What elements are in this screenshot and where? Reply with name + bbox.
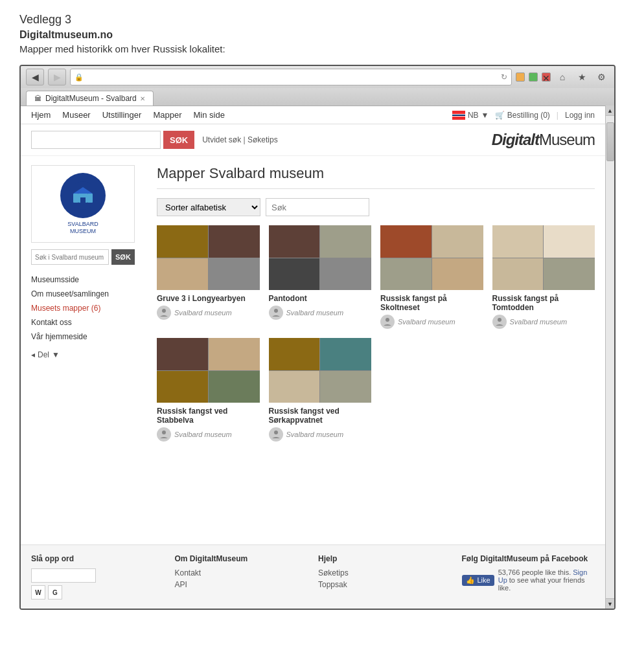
gallery-thumb-2 xyxy=(269,225,372,290)
gallery-item-5[interactable]: Russisk fangst ved Stabbelva Svalbard mu… xyxy=(157,338,260,442)
thumb-cell xyxy=(320,225,371,258)
url-input[interactable]: http://digitaltmuseum.no/info/owner xyxy=(86,73,498,82)
scroll-down-button[interactable]: ▼ xyxy=(606,598,615,609)
sidebar-search-button[interactable]: SØK xyxy=(111,249,135,265)
sidebar-search-input[interactable] xyxy=(31,249,109,265)
sidebar-link-hjemmeside[interactable]: Vår hjemmeside xyxy=(31,332,87,341)
footer-search-input[interactable] xyxy=(31,568,96,583)
page-subtitle: Digitaltmuseum.no xyxy=(19,29,603,41)
thumb-cell xyxy=(209,338,260,370)
nav-hjem[interactable]: Hjem xyxy=(31,110,51,120)
footer-soketips-link[interactable]: Søketips xyxy=(318,568,452,577)
main-search-button[interactable]: SØK xyxy=(163,131,194,149)
gallery-item-6[interactable]: Russisk fangst ved Sørkappvatnet Svalbar… xyxy=(269,338,372,442)
sidebar-link-mapper[interactable]: Museets mapper (6) xyxy=(31,304,100,313)
sidebar-link-3[interactable]: Museets mapper (6) xyxy=(31,301,148,315)
svg-rect-5 xyxy=(80,197,86,203)
star-icon[interactable]: ★ xyxy=(574,69,590,85)
footer-toppsak-link[interactable]: Toppsak xyxy=(318,580,452,589)
content-search-input[interactable] xyxy=(266,198,369,216)
fb-thumbs-icon: 👍 xyxy=(466,576,475,585)
gallery-museum-name-4: Svalbard museum xyxy=(510,318,568,326)
gallery-avatar-6 xyxy=(269,427,283,442)
browser-content: Hjem Museer Utstillinger Mapper Min side… xyxy=(21,106,614,609)
gallery-museum-5: Svalbard museum xyxy=(157,427,260,442)
footer-kontakt-link[interactable]: Kontakt xyxy=(175,568,308,577)
language-selector[interactable]: NB ▼ xyxy=(452,111,489,120)
sidebar: SVALBARD MUSEUM SØK xyxy=(31,165,148,535)
thumb-cell xyxy=(157,225,208,258)
nav-museer[interactable]: Museer xyxy=(62,110,90,120)
nav-left: Hjem Museer Utstillinger Mapper Min side xyxy=(31,110,225,120)
museum-name: SVALBARD MUSEUM xyxy=(60,221,106,235)
back-button[interactable]: ◀ xyxy=(26,69,44,85)
active-tab[interactable]: 🏛 DigitaltMuseum - Svalbard ... ✕ xyxy=(26,91,154,106)
gallery-grid: Gruve 3 i Longyearbyen Svalbard museum xyxy=(157,225,595,442)
browser-titlebar: ◀ ▶ 🔒 http://digitaltmuseum.no/info/owne… xyxy=(21,66,614,88)
settings-icon[interactable]: ⚙ xyxy=(593,69,609,85)
gallery-item-1[interactable]: Gruve 3 i Longyearbyen Svalbard museum xyxy=(157,225,260,329)
google-button[interactable]: G xyxy=(48,585,62,599)
thumb-cell xyxy=(320,338,371,370)
fb-count: 53,766 people like this. Sign Up to see … xyxy=(498,568,595,592)
forward-button[interactable]: ▶ xyxy=(48,69,66,85)
sidebar-link-2[interactable]: Om museet/samlingen xyxy=(31,287,148,301)
gallery-avatar-3 xyxy=(380,315,395,329)
gallery-museum-1: Svalbard museum xyxy=(157,306,260,320)
tab-close-icon[interactable]: ✕ xyxy=(140,95,145,102)
nav-min-side[interactable]: Min side xyxy=(193,110,224,120)
nav-mapper[interactable]: Mapper xyxy=(153,110,181,120)
footer-api-link[interactable]: API xyxy=(175,580,308,589)
flag-icon xyxy=(452,111,465,120)
address-bar[interactable]: 🔒 http://digitaltmuseum.no/info/owner ↻ xyxy=(70,69,512,85)
close-button[interactable]: ✕ xyxy=(542,73,551,82)
maximize-button[interactable] xyxy=(529,73,538,82)
fb-count-number: 53,766 people like this. xyxy=(498,568,571,576)
nav-separator: | xyxy=(557,111,559,120)
wikipedia-button[interactable]: W xyxy=(31,585,45,599)
sidebar-link-1[interactable]: Museumsside xyxy=(31,273,148,287)
museum-logo-svg xyxy=(67,179,99,212)
svg-rect-3 xyxy=(87,194,93,203)
cart-button[interactable]: 🛒 Bestilling (0) xyxy=(495,111,549,120)
gallery-item-2[interactable]: Pantodont Svalbard museum xyxy=(269,225,372,329)
gallery-museum-name-6: Svalbard museum xyxy=(286,431,344,438)
site-footer: Slå opp ord W G Om DigitaltMuseum xyxy=(21,544,605,609)
share-button[interactable]: ◂ Del ▼ xyxy=(31,350,148,359)
sidebar-link-museumsside[interactable]: Museumsside xyxy=(31,275,79,284)
scroll-thumb[interactable] xyxy=(606,122,614,161)
gallery-item-3[interactable]: Russisk fangst på Skoltneset Svalbard mu… xyxy=(380,225,483,329)
thumb-cell xyxy=(269,258,320,291)
svg-point-7 xyxy=(274,309,278,313)
gallery-thumb-6 xyxy=(269,338,372,403)
home-icon[interactable]: ⌂ xyxy=(555,69,570,85)
extended-search-link[interactable]: Utvidet søk xyxy=(202,135,241,144)
tab-icon: 🏛 xyxy=(34,95,41,102)
scrollbar[interactable]: ▲ ▼ xyxy=(605,106,614,609)
sidebar-link-4[interactable]: Kontakt oss xyxy=(31,315,148,330)
thumb-cell xyxy=(209,258,260,291)
main-search-input[interactable] xyxy=(31,131,161,149)
gallery-museum-name-1: Svalbard museum xyxy=(174,309,232,317)
thumb-cell xyxy=(380,258,432,291)
fb-signup-text: to see what your friends like. xyxy=(498,576,585,592)
gallery-item-4[interactable]: Russisk fangst på Tomtodden Svalbard mus… xyxy=(492,225,595,329)
search-tips-link[interactable]: Søketips xyxy=(248,135,278,144)
scroll-up-button[interactable]: ▲ xyxy=(606,106,615,116)
tab-title: DigitaltMuseum - Svalbard ... xyxy=(45,94,136,103)
sidebar-link-om[interactable]: Om museet/samlingen xyxy=(31,289,109,298)
sidebar-link-5[interactable]: Vår hjemmeside xyxy=(31,330,148,344)
login-button[interactable]: Logg inn xyxy=(565,111,595,120)
museum-logo: SVALBARD MUSEUM xyxy=(31,165,135,243)
thumb-cell xyxy=(320,258,371,291)
browser-action-icons: ✕ xyxy=(516,73,551,82)
fb-like-label: Like xyxy=(478,576,490,584)
sidebar-link-kontakt[interactable]: Kontakt oss xyxy=(31,318,72,327)
refresh-icon[interactable]: ↻ xyxy=(501,73,507,82)
minimize-button[interactable] xyxy=(516,73,525,82)
sort-select[interactable]: Sorter alfabetisk xyxy=(157,198,260,216)
nav-utstillinger[interactable]: Utstillinger xyxy=(102,110,142,120)
facebook-like-button[interactable]: 👍 Like xyxy=(462,575,494,586)
main-content: SVALBARD MUSEUM SØK xyxy=(21,156,605,544)
share-down-icon: ▼ xyxy=(52,350,60,359)
